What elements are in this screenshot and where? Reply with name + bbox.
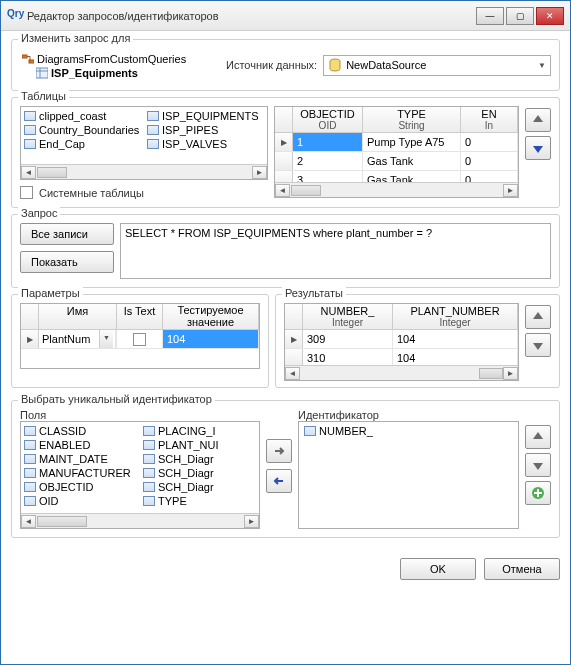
list-item[interactable]: OBJECTID	[21, 480, 140, 494]
scroll-left-icon[interactable]: ◄	[285, 367, 300, 380]
datasource-combo[interactable]: NewDataSource ▼	[323, 55, 551, 76]
scroll-right-icon[interactable]: ►	[252, 166, 267, 179]
col-header[interactable]: TYPE	[367, 108, 456, 120]
remove-field-button[interactable]	[266, 469, 292, 493]
all-records-button[interactable]: Все записи	[20, 223, 114, 245]
move-up-button[interactable]	[525, 425, 551, 449]
list-item[interactable]: SCH_Diagr	[140, 480, 259, 494]
tables-hscroll[interactable]: ◄ ►	[21, 164, 267, 179]
id-label: Идентификатор	[298, 409, 519, 421]
table-icon	[24, 496, 36, 506]
list-item[interactable]: SCH_Diagr	[140, 466, 259, 480]
list-item[interactable]: NUMBER_	[301, 424, 516, 438]
list-item[interactable]: OID	[21, 494, 140, 508]
add-field-button[interactable]	[266, 439, 292, 463]
scroll-right-icon[interactable]: ►	[503, 184, 518, 197]
svg-rect-2	[36, 68, 48, 78]
params-label: Параметры	[18, 287, 83, 299]
chevron-down-icon: ▼	[538, 61, 546, 70]
show-button[interactable]: Показать	[20, 251, 114, 273]
scroll-left-icon[interactable]: ◄	[21, 515, 36, 528]
list-item[interactable]: ISP_PIPES	[144, 123, 267, 137]
col-header[interactable]: OBJECTID	[297, 108, 358, 120]
scroll-thumb[interactable]	[479, 368, 503, 379]
list-item[interactable]: PLACING_I	[140, 424, 259, 438]
list-item[interactable]: ENABLED	[21, 438, 140, 452]
param-name-combo[interactable]: PlantNum▼	[39, 330, 116, 348]
table-row[interactable]: ▶1Pump Type A750	[275, 133, 518, 152]
list-item[interactable]: MAINT_DATE	[21, 452, 140, 466]
move-up-button[interactable]	[525, 108, 551, 132]
col-header[interactable]: PLANT_NUMBER	[397, 305, 513, 317]
table-icon	[24, 468, 36, 478]
table-icon	[143, 440, 155, 450]
ok-button[interactable]: OK	[400, 558, 476, 580]
param-row[interactable]: ▶ PlantNum▼ 104	[21, 330, 259, 349]
move-up-button[interactable]	[525, 305, 551, 329]
col-header[interactable]: Тестируемое значение	[163, 304, 259, 329]
table-row[interactable]: ▶309104	[285, 330, 518, 349]
table-icon	[143, 454, 155, 464]
add-button[interactable]	[525, 481, 551, 505]
list-item[interactable]: MANUFACTURER	[21, 466, 140, 480]
tree-child-label: ISP_Equipments	[51, 67, 138, 79]
test-value-cell[interactable]: 104	[163, 330, 259, 348]
list-item[interactable]: ISP_VALVES	[144, 137, 267, 151]
list-item[interactable]: ISP_EQUIPMENTS	[144, 109, 267, 123]
move-down-button[interactable]	[525, 333, 551, 357]
scroll-right-icon[interactable]: ►	[244, 515, 259, 528]
identifier-listbox[interactable]: NUMBER_	[298, 421, 519, 529]
tree-root[interactable]: DiagramsFromCustomQueries	[22, 52, 220, 66]
results-grid[interactable]: NUMBER_Integer PLANT_NUMBERInteger ▶3091…	[284, 303, 519, 381]
table-icon	[147, 125, 159, 135]
preview-grid[interactable]: OBJECTIDOID TYPEString ENIn ▶1Pump Type …	[274, 106, 519, 198]
table-icon	[24, 482, 36, 492]
query-textarea[interactable]: SELECT * FROM ISP_EQUIPMENTS where plant…	[120, 223, 551, 279]
scroll-thumb[interactable]	[37, 167, 67, 178]
col-header[interactable]: Имя	[39, 304, 117, 329]
list-item[interactable]: End_Cap	[21, 137, 144, 151]
params-grid[interactable]: Имя Is Text Тестируемое значение ▶ Plant…	[20, 303, 260, 369]
titlebar[interactable]: Qry Редактор запросов/идентификаторов — …	[1, 1, 570, 31]
table-icon	[24, 440, 36, 450]
scroll-thumb[interactable]	[291, 185, 321, 196]
scroll-thumb[interactable]	[37, 516, 87, 527]
table-icon	[143, 496, 155, 506]
results-hscroll[interactable]: ◄ ►	[285, 365, 518, 380]
svg-rect-0	[22, 55, 27, 58]
diagram-tree[interactable]: DiagramsFromCustomQueries ISP_Equipments	[22, 52, 220, 80]
move-down-button[interactable]	[525, 136, 551, 160]
params-group: Параметры Имя Is Text Тестируемое значен…	[11, 294, 269, 388]
window-title: Редактор запросов/идентификаторов	[27, 10, 476, 22]
move-down-button[interactable]	[525, 453, 551, 477]
fields-listbox[interactable]: CLASSIDENABLEDMAINT_DATEMANUFACTUREROBJE…	[20, 421, 260, 529]
system-tables-checkbox[interactable]	[20, 186, 33, 199]
table-icon	[24, 111, 36, 121]
istext-checkbox[interactable]	[133, 333, 146, 346]
scroll-left-icon[interactable]: ◄	[275, 184, 290, 197]
minimize-button[interactable]: —	[476, 7, 504, 25]
identifier-label: Выбрать уникальный идентификатор	[18, 393, 215, 405]
scroll-left-icon[interactable]: ◄	[21, 166, 36, 179]
tables-listbox[interactable]: clipped_coastCountry_BoundariesEnd_Cap I…	[20, 106, 268, 180]
list-item[interactable]: Country_Boundaries	[21, 123, 144, 137]
scroll-right-icon[interactable]: ►	[503, 367, 518, 380]
fields-hscroll[interactable]: ◄ ►	[21, 513, 259, 528]
list-item[interactable]: PLANT_NUI	[140, 438, 259, 452]
results-group: Результаты NUMBER_Integer PLANT_NUMBERIn…	[275, 294, 560, 388]
maximize-button[interactable]: ▢	[506, 7, 534, 25]
tree-child[interactable]: ISP_Equipments	[36, 66, 220, 80]
diagram-icon	[22, 53, 34, 65]
col-header[interactable]: NUMBER_	[307, 305, 388, 317]
col-header[interactable]: EN	[465, 108, 513, 120]
col-header[interactable]: Is Text	[117, 304, 163, 329]
table-row[interactable]: 2Gas Tank0	[275, 152, 518, 171]
list-item[interactable]: TYPE	[140, 494, 259, 508]
list-item[interactable]: SCH_Diagr	[140, 452, 259, 466]
cancel-button[interactable]: Отмена	[484, 558, 560, 580]
list-item[interactable]: clipped_coast	[21, 109, 144, 123]
list-item[interactable]: CLASSID	[21, 424, 140, 438]
table-icon	[143, 426, 155, 436]
preview-hscroll[interactable]: ◄ ►	[275, 182, 518, 197]
close-button[interactable]: ✕	[536, 7, 564, 25]
